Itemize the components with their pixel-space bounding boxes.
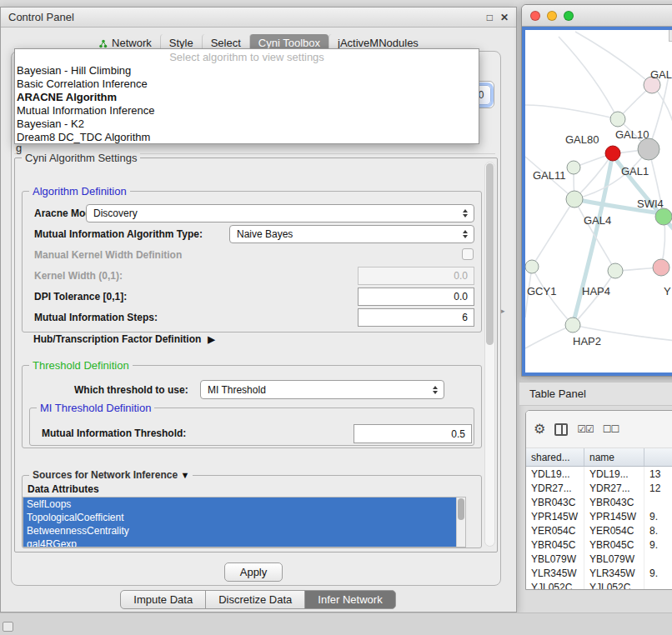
attribute-item[interactable]: gal4RGexp [23, 538, 465, 548]
apply-button[interactable]: Apply [224, 562, 283, 582]
settings-scrollbar [484, 162, 495, 547]
node-hap2[interactable] [565, 318, 580, 332]
node-label: Y [664, 285, 671, 298]
dpi-tolerance-field[interactable]: 0.0 [358, 288, 474, 306]
aracne-mode-combo[interactable]: Discovery [86, 204, 474, 222]
network-view-window: GAL GAL80 GAL10 GAL1 GAL11 SWI4 GAL4 GCY… [521, 4, 672, 377]
settings-group-title: Cyni Algorithm Settings [22, 152, 140, 164]
table-row[interactable]: YJL052CYJL052C [526, 580, 672, 590]
deselect-all-icon[interactable]: ☐☐ [603, 424, 619, 434]
column-browser-icon[interactable] [554, 423, 568, 436]
column-header-shared[interactable]: shared... [526, 448, 584, 466]
float-window-icon[interactable]: □ [487, 12, 493, 23]
window-title: Control Panel [8, 11, 74, 23]
threshold-definition-group: Threshold Definition Which threshold to … [22, 365, 482, 448]
mi-threshold-field[interactable]: 0.5 [354, 424, 472, 443]
network-graph: GAL GAL80 GAL10 GAL1 GAL11 SWI4 GAL4 GCY… [525, 30, 672, 376]
close-traffic-light[interactable] [530, 11, 540, 21]
threshold-definition-title: Threshold Definition [29, 359, 133, 372]
node[interactable] [655, 208, 672, 225]
expanded-arrow-icon[interactable]: ▼ [180, 470, 189, 480]
attribute-item[interactable]: SelfLoops [23, 498, 465, 511]
table-row[interactable]: YDL19...YDL19...13 [526, 467, 672, 481]
attribute-item[interactable]: TopologicalCoefficient [23, 511, 465, 524]
dropdown-item[interactable]: Bayesian - K2 [15, 118, 479, 131]
tab-impute-data[interactable]: Impute Data [120, 590, 206, 609]
node[interactable] [608, 263, 623, 278]
node-label: GAL [650, 68, 672, 81]
node[interactable] [610, 112, 625, 127]
kernel-width-label: Kernel Width (0,1): [34, 270, 123, 282]
network-tab-icon [98, 38, 108, 48]
table-toolbar: ⚙ ☑☑ ☐☐ [526, 411, 672, 448]
dropdown-item[interactable]: Dream8 DC_TDC Algorithm [15, 131, 479, 144]
node-label: HAP4 [582, 285, 610, 298]
bottom-tab-bar: Impute Data Discretize Data Infer Networ… [1, 590, 516, 609]
node-label: GAL11 [533, 169, 566, 182]
table-window: ⚙ ☑☑ ☐☐ shared... name YDL19...YDL19...1… [525, 410, 672, 590]
node[interactable] [567, 161, 580, 174]
node[interactable] [525, 260, 539, 273]
kernel-width-field[interactable]: 0.0 [358, 267, 474, 285]
select-all-icon[interactable]: ☑☑ [577, 424, 594, 434]
mi-steps-label: Mutual Information Steps: [34, 312, 158, 323]
algorithm-dropdown-popup: Select algorithm to view settings Bayesi… [14, 48, 479, 144]
control-panel-titlebar[interactable]: Control Panel □ ✕ [1, 8, 516, 28]
table-row[interactable]: YBL079WYBL079W [526, 552, 672, 566]
cyni-algorithm-settings-group: Cyni Algorithm Settings Algorithm Defini… [14, 158, 498, 552]
node-gal4[interactable] [566, 191, 583, 208]
close-window-icon[interactable]: ✕ [500, 12, 509, 23]
table-row[interactable]: YLR345WYLR345W9. [526, 566, 672, 580]
collapsed-arrow-icon[interactable]: ▶ [208, 334, 214, 345]
zoom-traffic-light[interactable] [564, 11, 574, 21]
table-row[interactable]: YBR043CYBR043C [526, 495, 672, 509]
table-panel-title: Table Panel [529, 388, 586, 400]
panel-splitter-icon[interactable]: ▸ [501, 307, 505, 315]
manual-kernel-width-label: Manual Kernel Width Definition [34, 249, 182, 261]
mi-algorithm-type-combo[interactable]: Naive Bayes [229, 225, 474, 243]
dock-widget-icon[interactable] [3, 622, 13, 632]
dropdown-item[interactable]: Basic Correlation Inference [15, 78, 479, 91]
attributes-scrollbar [456, 498, 465, 547]
tab-discretize-data[interactable]: Discretize Data [205, 590, 305, 609]
table-row[interactable]: YDR27...YDR27...12 [526, 481, 672, 495]
data-attributes-label: Data Attributes [28, 483, 99, 495]
screen: Control Panel □ ✕ Network Style Select C… [0, 0, 672, 635]
node-label: GAL4 [584, 214, 611, 227]
sources-disclosure[interactable]: Sources for Network Inference ▼ [29, 469, 193, 481]
mi-steps-field[interactable]: 6 [358, 308, 474, 327]
node-gal10[interactable] [638, 138, 659, 160]
node-selected-red[interactable] [605, 146, 620, 161]
dropdown-item[interactable]: Bayesian - Hill Climbing [15, 64, 479, 78]
tab-infer-network[interactable]: Infer Network [304, 590, 395, 609]
table-row[interactable]: YER054CYER054C8. [526, 523, 672, 538]
dpi-tolerance-label: DPI Tolerance [0,1]: [34, 291, 127, 302]
network-window-titlebar[interactable] [522, 5, 672, 27]
gear-icon[interactable]: ⚙ [534, 422, 545, 436]
which-threshold-label: Which threshold to use: [74, 384, 188, 396]
sources-group: Sources for Network Inference ▼ Data Att… [22, 475, 482, 548]
dropdown-placeholder: Select algorithm to view settings [15, 51, 479, 64]
combo-arrows-icon [463, 230, 468, 238]
table-row[interactable]: YBR045CYBR045C9. [526, 538, 672, 552]
mi-threshold-definition-title: MI Threshold Definition [37, 402, 154, 414]
which-threshold-combo[interactable]: MI Threshold [200, 380, 444, 399]
attributes-scrollbar-thumb[interactable] [458, 498, 464, 520]
mi-threshold-label: Mutual Information Threshold: [42, 428, 186, 439]
manual-kernel-width-checkbox[interactable] [462, 248, 474, 260]
node[interactable] [653, 259, 669, 276]
table-row[interactable]: YPR145WYPR145W9. [526, 509, 672, 523]
algorithm-definition-group: Algorithm Definition Aracne Mode: Discov… [22, 191, 482, 332]
dropdown-item-aracne[interactable]: ARACNE Algorithm [15, 91, 479, 104]
settings-scrollbar-thumb[interactable] [486, 163, 494, 345]
minimize-traffic-light[interactable] [547, 11, 557, 21]
dropdown-item[interactable]: Mutual Information Inference [15, 104, 479, 118]
node-label: GCY1 [527, 285, 556, 298]
column-header-name[interactable]: name [584, 448, 644, 466]
attribute-item[interactable]: BetweennessCentrality [23, 524, 465, 538]
scrollbar-corner [669, 30, 672, 42]
hub-definition-disclosure[interactable]: Hub/Transcription Factor Definition ▶ [33, 333, 215, 345]
column-header[interactable] [644, 448, 672, 466]
network-canvas[interactable]: GAL GAL80 GAL10 GAL1 GAL11 SWI4 GAL4 GCY… [522, 27, 672, 376]
algorithm-definition-title: Algorithm Definition [29, 185, 130, 198]
